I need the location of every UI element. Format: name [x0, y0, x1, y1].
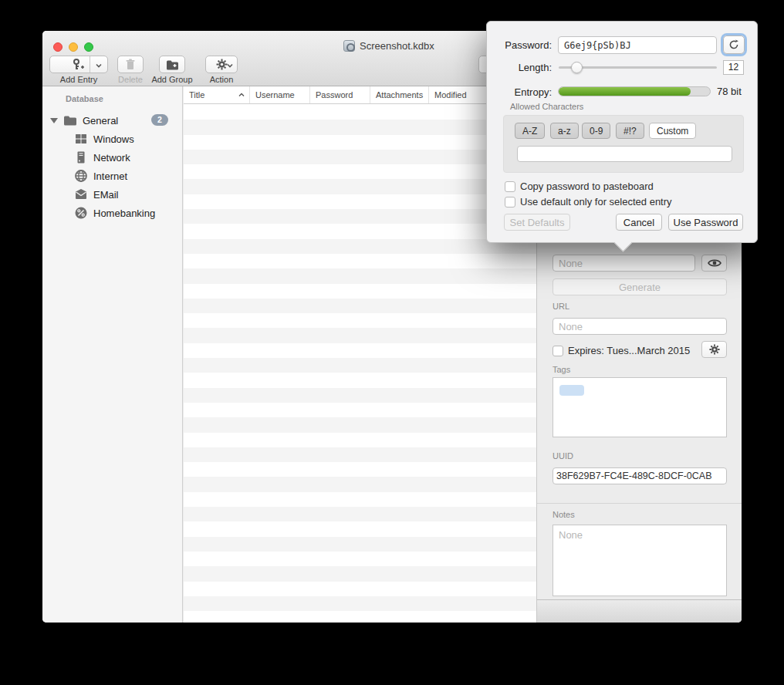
length-slider-knob[interactable] [571, 62, 583, 73]
length-slider[interactable] [559, 66, 717, 69]
uuid-field[interactable] [553, 467, 727, 484]
allowed-characters-label: Allowed Characters [510, 102, 583, 111]
reveal-password-button[interactable] [701, 255, 727, 272]
copy-password-label: Copy password to pasteboard [520, 181, 654, 192]
add-entry-dropdown-icon[interactable] [96, 62, 102, 69]
close-window-button[interactable] [53, 42, 63, 52]
sidebar-item-label: EMail [93, 189, 119, 201]
use-default-checkbox[interactable] [505, 197, 515, 208]
eye-icon [708, 258, 721, 268]
sidebar-item-label: Internet [93, 170, 127, 182]
generated-password-label: Password: [496, 39, 552, 51]
folder-icon [63, 113, 77, 127]
window-title: Screenshot.kdbx [360, 40, 434, 52]
entry-table: Title Username Password Attachments Modi… [184, 86, 536, 623]
cancel-button[interactable]: Cancel [616, 214, 662, 231]
gear-icon [216, 59, 228, 70]
charset-custom-button[interactable]: Custom [649, 123, 696, 139]
sidebar-item-email[interactable]: EMail [42, 185, 182, 204]
sidebar-item-windows[interactable]: Windows [42, 130, 182, 148]
entry-password-input[interactable] [553, 255, 695, 272]
sidebar-item-homebanking[interactable]: Homebanking [42, 204, 182, 222]
copy-password-row: Copy password to pasteboard [505, 181, 654, 192]
password-generator-popover: Password: Length: 12 Entropy: 78 bit All… [486, 21, 758, 243]
zoom-window-button[interactable] [84, 42, 93, 52]
sort-ascending-icon [238, 93, 245, 97]
group-count-badge: 2 [151, 114, 168, 126]
gear-icon [709, 344, 720, 355]
expires-checkbox[interactable] [553, 346, 563, 356]
entropy-bar [558, 86, 711, 96]
empty-tag-pill[interactable] [559, 385, 584, 396]
sidebar-item-general[interactable]: General 2 [42, 111, 182, 130]
document-icon [343, 40, 355, 52]
add-entry-button[interactable] [49, 56, 108, 73]
folder-plus-icon [166, 59, 179, 70]
uuid-section-label: UUID [553, 451, 573, 461]
entry-url-input[interactable] [553, 318, 727, 335]
sidebar-item-label: Windows [93, 133, 134, 145]
table-header: Title Username Password Attachments Modi… [184, 86, 536, 104]
title-bar: Screenshot.kdbx [343, 40, 434, 52]
sidebar-item-label: General [83, 115, 118, 127]
notes-textarea[interactable]: None [553, 525, 727, 596]
column-header-username[interactable]: Username [250, 86, 310, 103]
expires-label: Expires: Tues...March 2015 [568, 345, 690, 356]
sidebar-section-database: Database [66, 94, 103, 103]
add-entry-label: Add Entry [49, 75, 108, 84]
table-body[interactable] [184, 105, 536, 623]
custom-characters-input[interactable] [517, 146, 732, 162]
add-group-label: Add Group [149, 75, 195, 84]
column-header-attachments[interactable]: Attachments [370, 86, 429, 103]
charset-lowercase-button[interactable]: a-z [550, 123, 579, 139]
length-value-field[interactable]: 12 [723, 60, 744, 75]
sidebar-item-label: Network [93, 152, 130, 164]
sidebar-item-network[interactable]: Network [42, 148, 182, 167]
charset-digits-button[interactable]: 0-9 [582, 123, 610, 139]
key-plus-icon [71, 59, 86, 71]
use-default-row: Use default only for selected entry [505, 196, 672, 208]
trash-icon [125, 59, 136, 70]
use-password-button[interactable]: Use Password [668, 214, 743, 231]
tags-box[interactable] [553, 377, 727, 437]
delete-button[interactable] [117, 56, 144, 73]
inspector-bottom-bar [537, 599, 742, 623]
action-button[interactable] [205, 56, 238, 73]
url-section-label: URL [553, 302, 569, 311]
disclosure-triangle-icon[interactable] [50, 118, 58, 123]
minimize-window-button[interactable] [69, 42, 78, 52]
sidebar-item-internet[interactable]: Internet [42, 167, 182, 185]
notes-section-label: Notes [553, 510, 575, 519]
sidebar-item-label: Homebanking [93, 208, 155, 219]
generated-password-input[interactable] [558, 36, 717, 54]
server-icon [74, 150, 88, 164]
refresh-icon [728, 39, 739, 50]
tags-section-label: Tags [553, 365, 570, 374]
entropy-fill [559, 87, 691, 96]
generate-button[interactable]: Generate [553, 278, 727, 295]
globe-icon [74, 169, 88, 183]
expires-row: Expires: Tues...March 2015 [553, 345, 690, 356]
regenerate-password-button[interactable] [723, 35, 745, 54]
charset-uppercase-button[interactable]: A-Z [515, 123, 545, 139]
divider [537, 503, 742, 504]
allowed-characters-box: A-Z a-z 0-9 #!? Custom [503, 115, 744, 173]
windows-icon [74, 132, 88, 146]
charset-symbols-button[interactable]: #!? [616, 123, 644, 139]
action-dropdown-icon [227, 62, 233, 69]
sidebar: Database General 2 Windows [42, 86, 183, 623]
length-label: Length: [496, 62, 552, 73]
add-group-button[interactable] [159, 56, 185, 73]
copy-password-checkbox[interactable] [505, 181, 515, 192]
column-header-title[interactable]: Title [184, 86, 250, 103]
envelope-icon [74, 187, 88, 201]
use-default-label: Use default only for selected entry [520, 196, 672, 208]
notes-placeholder: None [553, 525, 726, 545]
column-header-password[interactable]: Password [310, 86, 370, 103]
set-defaults-button[interactable]: Set Defaults [504, 214, 570, 231]
action-label: Action [205, 75, 238, 84]
entropy-bits: 78 bit [717, 86, 742, 97]
entropy-label: Entropy: [496, 86, 552, 98]
delete-label: Delete [109, 75, 152, 84]
expires-settings-button[interactable] [701, 341, 727, 358]
